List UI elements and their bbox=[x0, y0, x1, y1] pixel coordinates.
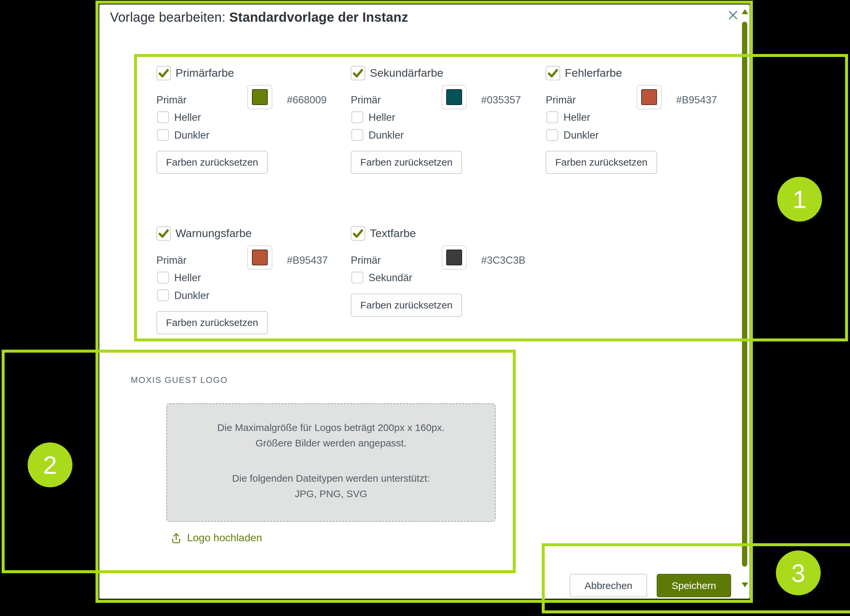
heller-checkbox[interactable] bbox=[352, 111, 363, 123]
color-section-fehlerfarbe: Fehlerfarbe Primär #B95437 Heller Dunkle… bbox=[546, 66, 732, 175]
color-section-sekundaerfarbe: Sekundärfarbe Primär #035357 Heller Dunk… bbox=[351, 66, 537, 175]
scrollbar-thumb[interactable] bbox=[742, 22, 747, 567]
dropzone-text-line: JPG, PNG, SVG bbox=[167, 486, 495, 501]
color-swatch-button[interactable] bbox=[441, 85, 467, 109]
color-swatch bbox=[446, 250, 462, 265]
hex-value: #B95437 bbox=[287, 254, 328, 266]
swatch-label: Primär bbox=[546, 94, 576, 106]
swatch-label: Primär bbox=[351, 254, 381, 266]
heller-checkbox[interactable] bbox=[157, 111, 169, 123]
sekundaerfarbe-checkbox[interactable] bbox=[351, 66, 365, 80]
checkmark-icon bbox=[158, 227, 170, 239]
reset-colors-button[interactable]: Farben zurücksetzen bbox=[351, 151, 462, 174]
textfarbe-checkbox[interactable] bbox=[351, 226, 365, 241]
dunkler-label: Dunkler bbox=[564, 129, 599, 141]
dunkler-checkbox[interactable] bbox=[157, 129, 169, 141]
cancel-button[interactable]: Abbrechen bbox=[570, 574, 647, 597]
dunkler-checkbox[interactable] bbox=[157, 289, 169, 301]
upload-logo-button[interactable]: Logo hochladen bbox=[170, 531, 262, 544]
heller-label: Heller bbox=[564, 112, 590, 124]
heller-checkbox[interactable] bbox=[157, 272, 169, 284]
hex-value: #035357 bbox=[481, 94, 521, 106]
swatch-label: Primär bbox=[156, 254, 186, 266]
warnungsfarbe-checkbox[interactable] bbox=[156, 226, 171, 241]
dialog-title-template-name: Standardvorlage der Instanz bbox=[229, 10, 408, 24]
dropzone-text-line: Die folgenden Dateitypen werden unterstü… bbox=[167, 471, 495, 486]
checkmark-icon bbox=[158, 67, 170, 79]
logo-dropzone[interactable]: Die Maximalgröße für Logos beträgt 200px… bbox=[166, 403, 495, 522]
close-icon bbox=[726, 9, 740, 22]
section-label: Sekundärfarbe bbox=[370, 66, 443, 80]
primaerfarbe-checkbox[interactable] bbox=[156, 66, 171, 80]
color-swatch bbox=[252, 89, 268, 105]
color-section-textfarbe: Textfarbe Primär #3C3C3B Sekundär Farben… bbox=[351, 226, 537, 335]
heller-label: Heller bbox=[174, 272, 201, 284]
heller-label: Heller bbox=[368, 112, 395, 124]
swatch-label: Primär bbox=[351, 94, 381, 106]
section-label: Textfarbe bbox=[370, 226, 416, 241]
dropzone-text-line: Größere Bilder werden angepasst. bbox=[167, 435, 495, 451]
dialog-title: Vorlage bearbeiten: Standardvorlage der … bbox=[110, 10, 408, 25]
color-swatch-button[interactable] bbox=[247, 85, 272, 109]
annotation-badge-2: 2 bbox=[28, 443, 72, 487]
color-swatch-button[interactable] bbox=[441, 245, 467, 270]
color-swatch-button[interactable] bbox=[247, 245, 272, 270]
color-section-warnungsfarbe: Warnungsfarbe Primär #B95437 Heller Dunk… bbox=[156, 226, 343, 335]
color-swatch bbox=[252, 250, 268, 265]
dropzone-text-spacer bbox=[167, 451, 495, 471]
checkmark-icon bbox=[547, 67, 559, 79]
hex-value: #668009 bbox=[287, 94, 327, 106]
hex-value: #B95437 bbox=[676, 94, 717, 106]
dialog-title-prefix: Vorlage bearbeiten: bbox=[110, 10, 229, 24]
scroll-down-arrow-icon[interactable] bbox=[742, 582, 748, 588]
upload-icon bbox=[170, 531, 183, 544]
heller-checkbox[interactable] bbox=[546, 111, 558, 123]
scrollbar[interactable] bbox=[740, 5, 750, 598]
color-swatch bbox=[641, 89, 657, 105]
checkmark-icon bbox=[352, 67, 364, 79]
sekundaer-checkbox[interactable] bbox=[352, 272, 363, 284]
section-label: Fehlerfarbe bbox=[565, 66, 622, 80]
upload-logo-label: Logo hochladen bbox=[187, 532, 262, 544]
dunkler-checkbox[interactable] bbox=[352, 129, 363, 141]
dunkler-label: Dunkler bbox=[368, 129, 404, 141]
reset-colors-button[interactable]: Farben zurücksetzen bbox=[351, 294, 462, 317]
hex-value: #3C3C3B bbox=[481, 254, 525, 266]
section-label: Warnungsfarbe bbox=[175, 226, 251, 241]
reset-colors-button[interactable]: Farben zurücksetzen bbox=[156, 311, 268, 334]
reset-colors-button[interactable]: Farben zurücksetzen bbox=[156, 151, 268, 174]
color-swatch bbox=[446, 89, 462, 105]
color-section-primaerfarbe: Primärfarbe Primär #668009 Heller Dunkle… bbox=[156, 66, 343, 175]
dropzone-text-line: Die Maximalgröße für Logos beträgt 200px… bbox=[167, 420, 495, 435]
close-button[interactable] bbox=[726, 8, 740, 22]
sekundaer-label: Sekundär bbox=[368, 272, 412, 284]
logo-section-header: MOXIS GUEST LOGO bbox=[131, 375, 227, 385]
scroll-up-arrow-icon[interactable] bbox=[742, 9, 748, 14]
fehlerfarbe-checkbox[interactable] bbox=[546, 66, 560, 80]
color-swatch-button[interactable] bbox=[637, 85, 661, 109]
annotation-badge-3: 3 bbox=[776, 550, 821, 595]
save-button[interactable]: Speichern bbox=[657, 574, 731, 597]
checkmark-icon bbox=[352, 227, 364, 239]
swatch-label: Primär bbox=[156, 94, 186, 106]
reset-colors-button[interactable]: Farben zurücksetzen bbox=[546, 151, 657, 174]
dunkler-checkbox[interactable] bbox=[546, 129, 558, 141]
section-label: Primärfarbe bbox=[175, 66, 234, 80]
dunkler-label: Dunkler bbox=[174, 129, 210, 141]
heller-label: Heller bbox=[174, 112, 201, 124]
annotation-badge-1: 1 bbox=[777, 177, 822, 221]
dunkler-label: Dunkler bbox=[174, 290, 210, 302]
edit-template-dialog: Vorlage bearbeiten: Standardvorlage der … bbox=[99, 4, 750, 599]
